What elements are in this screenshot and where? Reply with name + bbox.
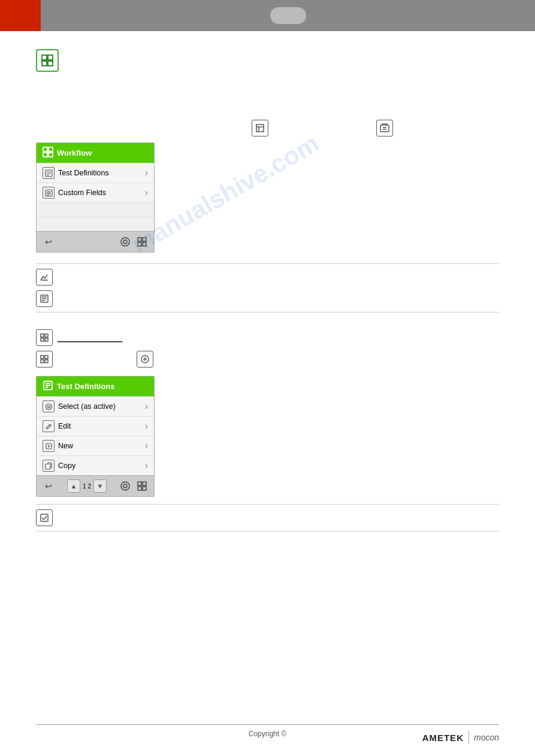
header-oval xyxy=(270,7,306,24)
new-label: New xyxy=(58,442,73,450)
test-definitions-menu-panel: Test Definitions Select (as active) xyxy=(36,376,155,497)
svg-rect-13 xyxy=(49,153,53,157)
workflow-menu-footer: ↩ xyxy=(37,231,154,252)
svg-point-24 xyxy=(123,240,127,244)
edit-chevron xyxy=(145,421,148,432)
copy-icon xyxy=(43,460,55,472)
svg-rect-39 xyxy=(45,356,48,359)
copyright-text: Copyright © xyxy=(249,730,287,738)
chart-icon xyxy=(36,269,53,286)
divider-1 xyxy=(36,263,499,264)
svg-rect-2 xyxy=(42,61,47,66)
footer-back-icon[interactable]: ↩ xyxy=(41,235,56,249)
svg-rect-38 xyxy=(41,356,44,359)
select-icon xyxy=(43,400,55,412)
svg-rect-60 xyxy=(138,487,141,490)
edit-label: Edit xyxy=(58,422,71,430)
menu-item-left-2: Custom Fields xyxy=(43,187,106,199)
list-icon xyxy=(36,290,53,307)
td-item-copy[interactable]: Copy xyxy=(37,456,154,475)
footer-grid-icon[interactable] xyxy=(135,235,149,249)
header-bar xyxy=(0,0,535,31)
page-up-btn[interactable]: ▲ xyxy=(67,479,80,493)
td-footer-grid-icon[interactable] xyxy=(135,479,149,493)
svg-rect-27 xyxy=(138,242,141,246)
svg-rect-36 xyxy=(41,338,44,341)
divider-2 xyxy=(36,312,499,312)
svg-point-23 xyxy=(121,238,129,246)
custom-fields-chevron xyxy=(145,187,148,198)
workflow-item-test-definitions[interactable]: Test Definitions xyxy=(37,163,154,183)
td-footer-back[interactable]: ↩ xyxy=(41,479,56,493)
sub-icon-right[interactable] xyxy=(137,351,153,368)
svg-rect-12 xyxy=(43,153,47,157)
test-def-chevron xyxy=(145,168,148,178)
td-footer-mid-icon[interactable] xyxy=(118,479,132,493)
header-gray-bar xyxy=(41,0,535,31)
test-def-menu-header: Test Definitions xyxy=(37,377,154,396)
menu-item-left: Test Definitions xyxy=(43,167,109,179)
grid-underline-row: _______________ xyxy=(36,329,499,346)
workflow-header-icon xyxy=(43,147,53,159)
svg-rect-58 xyxy=(138,482,141,485)
sub-icon-left[interactable] xyxy=(36,351,53,368)
workflow-menu-header: Workflow xyxy=(37,143,154,163)
svg-rect-34 xyxy=(41,334,44,337)
test-def-icon xyxy=(43,167,55,179)
inline-icons-row xyxy=(36,120,499,136)
svg-rect-1 xyxy=(48,55,53,60)
custom-fields-label: Custom Fields xyxy=(58,189,106,197)
brand-ametek: AMETEK xyxy=(422,733,464,743)
select-chevron xyxy=(145,401,148,412)
brand-divider xyxy=(468,731,469,744)
td-item-new[interactable]: New xyxy=(37,436,154,456)
copy-chevron xyxy=(145,460,148,471)
svg-rect-37 xyxy=(45,338,48,341)
workflow-item-custom-fields[interactable]: Custom Fields xyxy=(37,183,154,202)
footer-right-icons xyxy=(118,235,149,249)
td-item-select-left: Select (as active) xyxy=(43,400,116,412)
grid-icon-2 xyxy=(36,329,53,346)
test-def-menu-title: Test Definitions xyxy=(57,382,115,391)
workflow-menu-panel: Workflow Test Definitions xyxy=(36,142,155,253)
svg-rect-10 xyxy=(43,147,47,151)
svg-point-57 xyxy=(123,484,127,488)
svg-rect-7 xyxy=(380,125,389,132)
svg-rect-0 xyxy=(42,55,47,60)
svg-rect-25 xyxy=(138,238,141,241)
custom-fields-icon xyxy=(43,187,55,199)
workflow-menu-title: Workflow xyxy=(57,148,92,157)
td-item-edit[interactable]: Edit xyxy=(37,416,154,436)
td-item-edit-left: Edit xyxy=(43,420,71,432)
edit-icon xyxy=(43,420,55,432)
footer-mid-icon[interactable] xyxy=(118,235,132,249)
page-down-btn[interactable]: ▼ xyxy=(93,479,107,493)
svg-point-50 xyxy=(47,405,50,408)
underline-text[interactable]: _______________ xyxy=(58,333,122,342)
brand-mocon: mocon xyxy=(474,733,499,742)
svg-rect-59 xyxy=(143,482,146,485)
svg-rect-4 xyxy=(256,125,264,132)
bottom-checkbox-icon xyxy=(36,509,53,526)
inline-icon-1[interactable] xyxy=(252,120,268,136)
copy-label: Copy xyxy=(58,462,75,470)
new-icon xyxy=(43,440,55,452)
svg-rect-41 xyxy=(45,360,48,363)
bottom-icon-row xyxy=(36,509,499,526)
td-item-new-left: New xyxy=(43,440,73,452)
section-icon-row-2 xyxy=(36,290,499,307)
td-footer-right xyxy=(118,479,149,493)
section-icon-row-1 xyxy=(36,269,499,286)
top-grid-icon[interactable] xyxy=(36,49,59,72)
svg-rect-62 xyxy=(41,514,48,521)
select-label: Select (as active) xyxy=(58,402,116,411)
new-chevron xyxy=(145,441,148,451)
td-item-select[interactable]: Select (as active) xyxy=(37,396,154,416)
svg-rect-11 xyxy=(49,147,53,151)
divider-3 xyxy=(36,504,499,505)
main-content: Workflow Test Definitions xyxy=(0,31,535,548)
svg-line-51 xyxy=(50,424,51,426)
inline-icon-2[interactable] xyxy=(376,120,393,136)
svg-rect-26 xyxy=(143,238,146,241)
svg-rect-35 xyxy=(45,334,48,337)
